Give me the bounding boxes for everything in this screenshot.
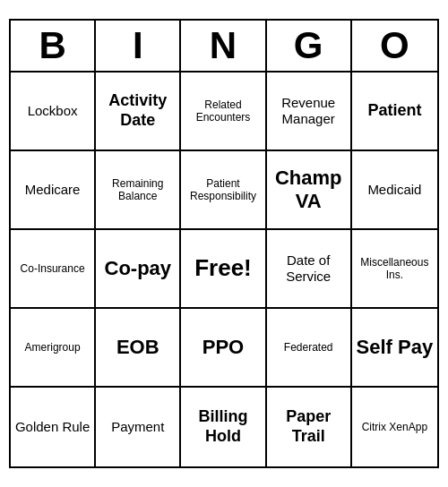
bingo-cell-6: Remaining Balance	[96, 151, 181, 230]
cell-text: Medicare	[25, 182, 81, 198]
bingo-cell-12: Free!	[181, 230, 266, 309]
cell-text: Co-Insurance	[21, 262, 85, 275]
cell-text: Citrix XenApp	[362, 421, 427, 433]
bingo-cell-2: Related Encounters	[181, 73, 266, 151]
cell-text: Patient Responsibility	[185, 177, 261, 203]
bingo-cell-20: Golden Rule	[11, 388, 96, 466]
bingo-cell-21: Payment	[96, 388, 181, 466]
cell-text: Activity Date	[99, 91, 176, 130]
bingo-card: BINGO LockboxActivity DateRelated Encoun…	[9, 19, 439, 468]
header-letter: G	[267, 21, 352, 71]
cell-text: Golden Rule	[15, 419, 90, 435]
bingo-cell-4: Patient	[352, 73, 437, 151]
bingo-cell-24: Citrix XenApp	[352, 388, 437, 466]
bingo-cell-8: Champ VA	[267, 151, 352, 230]
cell-text: Patient	[367, 101, 421, 121]
bingo-cell-22: Billing Hold	[181, 388, 266, 466]
bingo-cell-18: Federated	[267, 309, 352, 388]
cell-text: Medicaid	[367, 182, 421, 198]
cell-text: Free!	[194, 254, 252, 282]
bingo-grid: LockboxActivity DateRelated EncountersRe…	[11, 73, 437, 466]
bingo-cell-5: Medicare	[11, 151, 96, 230]
cell-text: Date of Service	[271, 252, 347, 285]
cell-text: Billing Hold	[185, 407, 261, 446]
cell-text: Miscellaneous Ins.	[356, 256, 434, 282]
header-letter: N	[181, 21, 266, 71]
cell-text: Related Encounters	[185, 98, 261, 124]
cell-text: Revenue Manager	[271, 95, 347, 127]
cell-text: Champ VA	[271, 167, 347, 214]
cell-text: Payment	[111, 419, 164, 435]
bingo-cell-16: EOB	[96, 309, 181, 388]
bingo-cell-14: Miscellaneous Ins.	[352, 230, 437, 309]
bingo-cell-23: Paper Trail	[267, 388, 352, 466]
cell-text: Amerigroup	[25, 341, 81, 354]
header-letter: B	[11, 21, 96, 71]
bingo-header: BINGO	[11, 21, 437, 73]
bingo-cell-1: Activity Date	[96, 73, 181, 151]
bingo-cell-19: Self Pay	[352, 309, 437, 388]
bingo-cell-15: Amerigroup	[11, 309, 96, 388]
cell-text: PPO	[202, 336, 244, 359]
header-letter: I	[96, 21, 181, 71]
bingo-cell-9: Medicaid	[352, 151, 437, 230]
cell-text: Self Pay	[357, 336, 434, 359]
cell-text: Federated	[284, 341, 333, 354]
cell-text: Lockbox	[28, 103, 78, 119]
cell-text: Co-pay	[105, 257, 172, 280]
bingo-cell-10: Co-Insurance	[11, 230, 96, 309]
cell-text: Remaining Balance	[99, 177, 176, 203]
bingo-cell-11: Co-pay	[96, 230, 181, 309]
bingo-cell-17: PPO	[181, 309, 266, 388]
bingo-cell-3: Revenue Manager	[267, 73, 352, 151]
header-letter: O	[352, 21, 437, 71]
bingo-cell-7: Patient Responsibility	[181, 151, 266, 230]
cell-text: Paper Trail	[271, 407, 347, 446]
cell-text: EOB	[116, 336, 159, 359]
bingo-cell-13: Date of Service	[267, 230, 352, 309]
bingo-cell-0: Lockbox	[11, 73, 96, 151]
